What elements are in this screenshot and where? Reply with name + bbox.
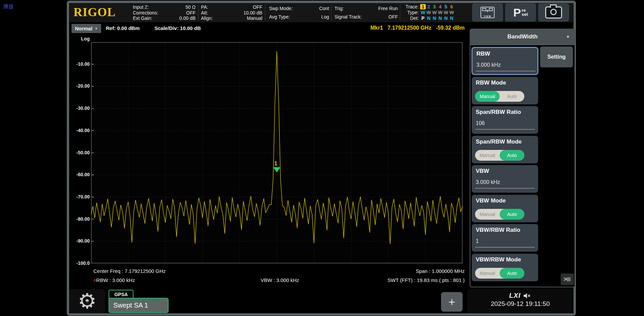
swt-label: SWT (FFT) : 19.83 ms ( pts : 801 ) bbox=[336, 277, 465, 283]
toggle-option-auto[interactable]: Auto bbox=[500, 150, 524, 161]
trace-3-badge[interactable]: 3 bbox=[432, 4, 437, 10]
trace-1-type: W bbox=[420, 10, 426, 15]
header-separator bbox=[331, 5, 331, 21]
header-info-col-input: Input Z:50 Ω Corrections:OFF Ext Gain:0.… bbox=[133, 4, 196, 21]
header-info-col-trig: Trig:Free Run Signal Track:OFF bbox=[334, 4, 398, 21]
trace-5-badge[interactable]: 5 bbox=[443, 4, 449, 10]
y-axis-tick: -20.00 bbox=[67, 83, 90, 89]
marker-1-number: 1 bbox=[274, 161, 277, 166]
marker-amplitude: -59.32 dBm bbox=[436, 25, 465, 31]
header-bar: RIGOL Input Z:50 Ω Corrections:OFF Ext G… bbox=[69, 3, 573, 22]
trace-3-det: N bbox=[432, 15, 437, 21]
trace-5-det: N bbox=[443, 15, 449, 21]
info-value: 10.00 dB bbox=[243, 10, 262, 16]
vbw-label: VBW : 3.000 kHz bbox=[216, 277, 344, 283]
toggle-option-auto[interactable]: Auto bbox=[500, 268, 524, 279]
toggle-option-manual[interactable]: Manual bbox=[475, 209, 500, 220]
info-label: Att: bbox=[201, 10, 208, 16]
header-separator bbox=[265, 5, 265, 21]
info-label: Trig: bbox=[334, 4, 344, 13]
status-box: LXI 2025-09-12 19:11:50 bbox=[467, 289, 574, 313]
multi-view-button[interactable]: + VIEW bbox=[472, 3, 503, 22]
add-mode-button[interactable]: + bbox=[441, 292, 463, 312]
vbw-rbw-mode-toggle: Manual Auto bbox=[475, 268, 524, 279]
toggle-option-manual[interactable]: Manual bbox=[475, 91, 500, 102]
mode-badge: GPSA bbox=[109, 290, 134, 298]
toggle-option-auto[interactable]: Auto bbox=[500, 91, 524, 102]
info-label: Corrections: bbox=[133, 10, 158, 16]
menu-expand-icon[interactable]: >≡ bbox=[561, 274, 574, 285]
marker-readout: Mkr1 7.179212500 GHz -59.32 dBm bbox=[303, 25, 465, 31]
y-axis-tick: -100.0 bbox=[67, 260, 90, 266]
datetime-label: 2025-09-12 19:11:50 bbox=[491, 300, 550, 308]
rbw-label: #RBW : 3.000 kHz bbox=[93, 277, 135, 283]
info-label: Avg Type: bbox=[269, 13, 290, 21]
y-axis-tick: -70.00 bbox=[67, 194, 90, 199]
info-value: Log bbox=[321, 13, 329, 21]
trace-4-type: W bbox=[437, 10, 443, 15]
trace-row-label: Trace: bbox=[403, 4, 419, 10]
info-label: Ext Gain: bbox=[133, 15, 152, 21]
info-label: PA: bbox=[201, 4, 208, 10]
info-value: OFF bbox=[186, 10, 196, 16]
info-value: OFF bbox=[253, 4, 262, 10]
trace-legend: Trace: 1 2 3 4 5 6 Type: W W W W W W Det… bbox=[403, 4, 470, 21]
trace-6-type: W bbox=[449, 10, 455, 15]
trace-4-badge[interactable]: 4 bbox=[437, 4, 443, 10]
menu-item-vbw-rbw-ratio[interactable]: VBW/RBW Ratio 1 bbox=[472, 224, 538, 252]
info-value: Free Run bbox=[378, 4, 398, 13]
trace-2-det: N bbox=[426, 15, 432, 21]
y-axis-labels: Log-10.00-20.00-30.00-40.00-50.00-60.00-… bbox=[67, 0, 90, 316]
info-value: Manual bbox=[247, 15, 262, 21]
trace-6-det: N bbox=[449, 15, 455, 21]
span-label: Span : 1.000000 MHz bbox=[336, 268, 465, 274]
menu-item-vbw[interactable]: VBW 3.000 kHz bbox=[472, 165, 538, 193]
toggle-option-auto[interactable]: Auto bbox=[500, 209, 524, 220]
trace-2-type: W bbox=[426, 10, 432, 15]
value-underline bbox=[475, 129, 535, 130]
info-label: Swp Mode: bbox=[269, 4, 293, 13]
trace-3-type: W bbox=[432, 10, 437, 15]
camera-icon bbox=[545, 6, 562, 19]
screen: 播放 RIGOL Input Z:50 Ω Corrections:OFF Ex… bbox=[0, 0, 644, 316]
menu-title-dropdown[interactable]: BandWidth ▼ bbox=[470, 29, 575, 44]
speaker-muted-icon bbox=[523, 293, 531, 299]
trace-5-type: W bbox=[443, 10, 449, 15]
span-rbw-mode-toggle: Manual Auto bbox=[475, 150, 524, 161]
system-gear-button[interactable]: ⚙R bbox=[69, 289, 105, 313]
info-value: 0.00 dB bbox=[179, 15, 196, 21]
type-row-label: Type: bbox=[403, 10, 419, 15]
header-separator bbox=[198, 5, 199, 21]
trace-1-badge[interactable]: 1 bbox=[420, 4, 426, 9]
y-axis-tick: -90.00 bbox=[67, 238, 90, 244]
gear-icon: ⚙R bbox=[78, 291, 97, 312]
tab-setting[interactable]: Setting bbox=[540, 46, 573, 67]
marker-name: Mkr1 bbox=[370, 25, 383, 31]
menu-item-span-rbw-ratio[interactable]: Span/RBW Ratio 106 bbox=[472, 106, 538, 134]
menu-item-rbw-mode[interactable]: RBW Mode Manual Auto bbox=[472, 77, 538, 104]
y-axis-tick: -10.00 bbox=[67, 61, 90, 67]
header-info-col-pa: PA:OFF Att:10.00 dB Align:Manual bbox=[201, 4, 262, 21]
screenshot-button[interactable] bbox=[538, 3, 569, 22]
toggle-option-manual[interactable]: Manual bbox=[475, 268, 500, 279]
y-axis-unit-log: Log bbox=[67, 36, 90, 41]
rbw-mode-toggle: Manual Auto bbox=[475, 91, 524, 102]
y-axis-tick: -30.00 bbox=[67, 105, 90, 111]
trace-6-badge[interactable]: 6 bbox=[449, 4, 455, 10]
preset-button[interactable]: P reset bbox=[505, 3, 536, 22]
y-axis-tick: -80.00 bbox=[67, 216, 90, 222]
toggle-option-manual[interactable]: Manual bbox=[475, 150, 500, 161]
app-tab-swept-sa-1[interactable]: Swept SA 1 bbox=[109, 298, 169, 313]
menu-item-rbw[interactable]: RBW 3.000 kHz bbox=[472, 47, 538, 75]
marker-freq: 7.179212500 GHz bbox=[387, 25, 431, 31]
menu-item-vbw-rbw-mode[interactable]: VBW/RBW Mode Manual Auto bbox=[472, 254, 538, 281]
trace-2-badge[interactable]: 2 bbox=[426, 4, 432, 10]
menu-item-vbw-mode[interactable]: VBW Mode Manual Auto bbox=[472, 195, 538, 222]
menu-item-span-rbw-mode[interactable]: Span/RBW Mode Manual Auto bbox=[472, 136, 538, 163]
center-freq-label: Center Freq : 7.179212500 GHz bbox=[93, 268, 166, 274]
det-row-label: Det: bbox=[403, 15, 419, 21]
ref-level-label: Ref: 0.00 dBm bbox=[106, 25, 140, 31]
trace-4-det: N bbox=[437, 15, 443, 21]
info-value: 50 Ω bbox=[185, 4, 196, 10]
info-value: OFF bbox=[388, 13, 398, 21]
